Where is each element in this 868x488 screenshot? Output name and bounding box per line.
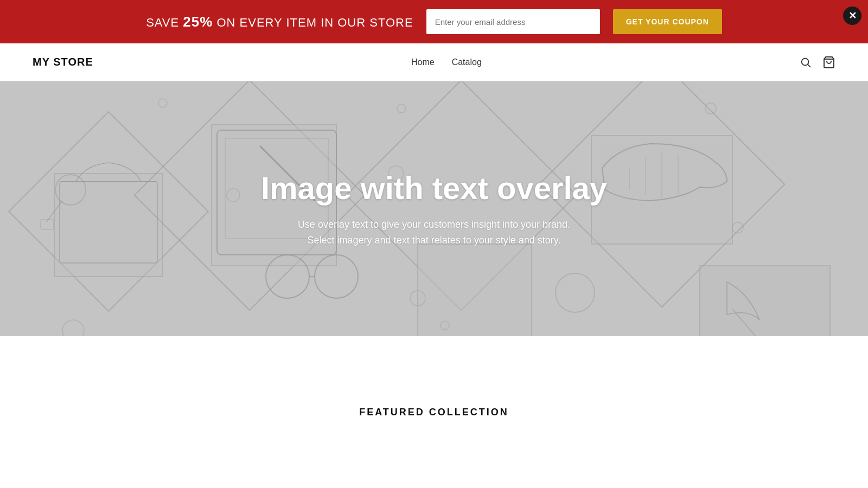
hero-section: Image with text overlay Use overlay text… [0, 81, 868, 336]
hero-text: Image with text overlay Use overlay text… [261, 170, 607, 248]
close-icon: ✕ [848, 11, 857, 21]
announcement-suffix: ON EVERY ITEM IN OUR STORE [213, 16, 413, 29]
cart-icon[interactable] [822, 56, 835, 69]
announcement-bar: SAVE 25% ON EVERY ITEM IN OUR STORE GET … [0, 0, 868, 43]
coupon-button[interactable]: GET YOUR COUPON [613, 9, 722, 34]
nav-link-catalog[interactable]: Catalog [452, 57, 482, 67]
nav-item-catalog[interactable]: Catalog [452, 57, 482, 67]
featured-section: FEATURED COLLECTION [0, 396, 868, 418]
search-icon[interactable] [800, 56, 812, 68]
featured-title: FEATURED COLLECTION [0, 407, 868, 418]
svg-rect-5 [54, 174, 163, 277]
announcement-text: SAVE 25% ON EVERY ITEM IN OUR STORE [146, 14, 413, 30]
nav-item-home[interactable]: Home [411, 57, 435, 67]
svg-rect-12 [700, 266, 830, 336]
close-button[interactable]: ✕ [843, 7, 861, 25]
below-hero-spacer [0, 336, 868, 396]
nav-links: Home Catalog [411, 57, 482, 67]
nav-icons [800, 56, 835, 69]
svg-rect-9 [418, 244, 532, 336]
hero-title: Image with text overlay [261, 170, 607, 206]
hero-subtitle-line2: Select imagery and text that relates to … [261, 233, 607, 248]
svg-line-1 [808, 65, 810, 67]
site-logo[interactable]: MY STORE [33, 56, 93, 68]
nav-link-home[interactable]: Home [411, 57, 435, 67]
coupon-button-label: GET YOUR COUPON [626, 17, 709, 26]
email-input[interactable] [426, 9, 600, 34]
main-nav: MY STORE Home Catalog [0, 43, 868, 81]
hero-subtitle-line1: Use overlay text to give your customers … [261, 217, 607, 233]
discount-highlight: 25% [183, 14, 213, 30]
svg-point-0 [802, 58, 809, 65]
